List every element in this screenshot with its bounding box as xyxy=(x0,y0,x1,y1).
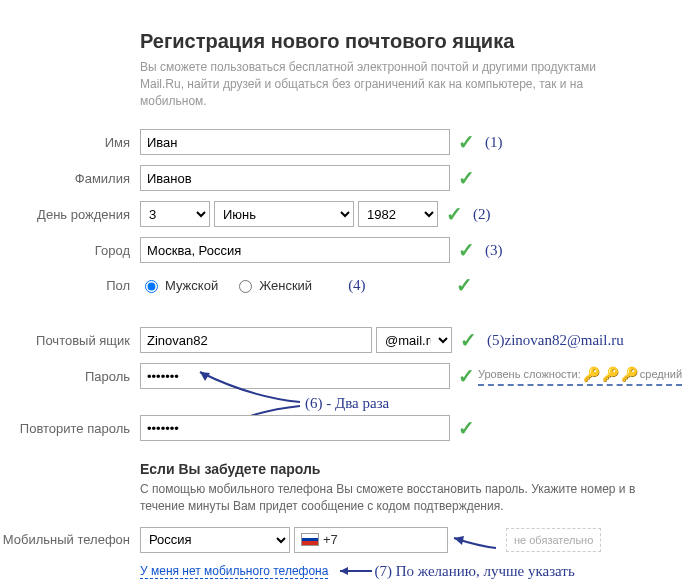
annotation-4: (4) xyxy=(348,277,366,294)
city-label: Город xyxy=(0,243,140,258)
lastname-label: Фамилия xyxy=(0,171,140,186)
check-icon: ✓ xyxy=(458,166,475,190)
key-icon: 🔑 xyxy=(621,366,638,382)
no-phone-link[interactable]: У меня нет мобильного телефона xyxy=(140,564,328,579)
phone-optional-label: не обязательно xyxy=(508,530,599,550)
password2-input[interactable] xyxy=(140,415,450,441)
annotation-3: (3) xyxy=(485,242,503,259)
gender-male-label: Мужской xyxy=(165,278,218,293)
arrow-icon xyxy=(334,563,374,579)
annotation-5: (5)zinovan82@mail.ru xyxy=(487,332,624,349)
svg-marker-2 xyxy=(454,536,464,545)
key-icon: 🔑 xyxy=(583,366,600,382)
password-strength: Уровень сложности: 🔑 🔑 🔑 средний xyxy=(478,366,682,386)
check-icon: ✓ xyxy=(446,202,463,226)
gender-male-radio[interactable] xyxy=(145,280,158,293)
mailbox-domain-select[interactable]: @mail.ru xyxy=(376,327,452,353)
phone-country-select[interactable]: Россия xyxy=(140,527,290,553)
arrow-icon xyxy=(448,528,498,552)
birthday-day-select[interactable]: 3 xyxy=(140,201,210,227)
forgot-desc: С помощью мобильного телефона Вы сможете… xyxy=(140,481,640,515)
annotation-1: (1) xyxy=(485,134,503,151)
russia-flag-icon xyxy=(301,533,319,546)
page-title: Регистрация нового почтового ящика xyxy=(140,30,697,53)
password2-label: Повторите пароль xyxy=(0,421,140,436)
mailbox-input[interactable] xyxy=(140,327,372,353)
check-icon: ✓ xyxy=(458,238,475,262)
gender-female-label: Женский xyxy=(259,278,312,293)
check-icon: ✓ xyxy=(458,130,475,154)
page-subtitle: Вы сможете пользоваться бесплатной элект… xyxy=(140,59,640,109)
check-icon: ✓ xyxy=(458,364,475,388)
password-label: Пароль xyxy=(0,369,140,384)
check-icon: ✓ xyxy=(456,273,473,297)
check-icon: ✓ xyxy=(460,328,477,352)
city-input[interactable] xyxy=(140,237,450,263)
annotation-2: (2) xyxy=(473,206,491,223)
birthday-year-select[interactable]: 1982 xyxy=(358,201,438,227)
firstname-input[interactable] xyxy=(140,129,450,155)
check-icon: ✓ xyxy=(458,416,475,440)
lastname-input[interactable] xyxy=(140,165,450,191)
phone-prefix-input[interactable]: +7 xyxy=(294,527,448,553)
forgot-title: Если Вы забудете пароль xyxy=(140,461,697,477)
mailbox-label: Почтовый ящик xyxy=(0,333,140,348)
key-icon: 🔑 xyxy=(602,366,619,382)
gender-female-radio[interactable] xyxy=(239,280,252,293)
annotation-6: (6) - Два раза xyxy=(305,395,389,412)
gender-label: Пол xyxy=(0,278,140,293)
birthday-label: День рождения xyxy=(0,207,140,222)
phone-label: Мобильный телефон xyxy=(0,532,140,547)
firstname-label: Имя xyxy=(0,135,140,150)
birthday-month-select[interactable]: Июнь xyxy=(214,201,354,227)
svg-marker-4 xyxy=(340,567,348,575)
annotation-7: (7) По желанию, лучше указать xyxy=(374,563,574,580)
